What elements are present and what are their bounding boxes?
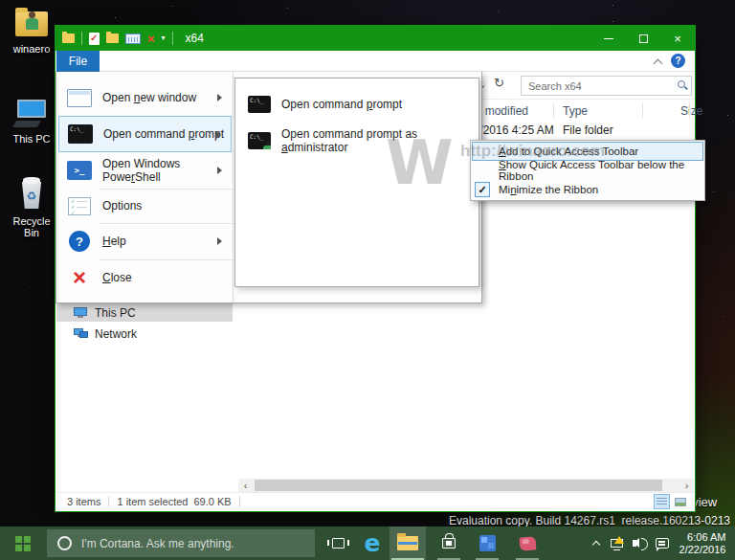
submenu-arrow-icon bbox=[216, 131, 221, 139]
network-icon bbox=[74, 328, 88, 339]
folder-icon bbox=[397, 536, 418, 550]
chevron-up-icon bbox=[592, 541, 600, 549]
cmd-admin-icon: C:\_ bbox=[245, 132, 274, 149]
minimize-button[interactable] bbox=[591, 26, 626, 51]
task-view-button[interactable] bbox=[321, 526, 355, 560]
sidebar-item-network[interactable]: Network bbox=[56, 325, 233, 343]
qat-new-folder-icon[interactable] bbox=[106, 34, 119, 43]
submenu-arrow-icon bbox=[217, 167, 222, 174]
scroll-right-icon[interactable]: › bbox=[679, 479, 694, 492]
blue-app-icon bbox=[479, 535, 496, 551]
qat-customize-dropdown-icon[interactable]: ▾ bbox=[162, 34, 166, 42]
edge-button[interactable]: e bbox=[355, 526, 390, 560]
search-icon bbox=[678, 80, 685, 88]
window-title: x64 bbox=[186, 32, 204, 45]
details-view-button[interactable] bbox=[654, 494, 670, 509]
desktop-icon-winaero[interactable]: winaero bbox=[4, 8, 59, 55]
clock-time: 6:06 AM bbox=[679, 531, 726, 544]
items-count: 3 items bbox=[67, 496, 100, 507]
clock-date: 2/22/2016 bbox=[679, 544, 726, 556]
action-center-button[interactable] bbox=[651, 526, 674, 560]
qat-properties-icon[interactable] bbox=[89, 33, 100, 45]
command-prompt-submenu: C:\_ Open command prompt C:\_ Open comma… bbox=[234, 78, 479, 287]
sidebar-item-this-pc[interactable]: This PC bbox=[56, 303, 233, 322]
sidebar-item-label: This PC bbox=[95, 306, 136, 320]
menu-item-close[interactable]: × Close bbox=[58, 259, 232, 296]
computer-icon bbox=[14, 98, 49, 130]
cortana-placeholder: I'm Cortana. Ask me anything. bbox=[81, 537, 234, 550]
scrollbar-thumb[interactable] bbox=[255, 480, 662, 491]
menu-item-open-command-prompt[interactable]: C:\_ Open command prompt bbox=[58, 116, 232, 152]
qat-context-menu: Add to Quick Access Toolbar Show Quick A… bbox=[470, 140, 705, 201]
desktop-icon-this-pc[interactable]: This PC bbox=[4, 98, 59, 145]
horizontal-scrollbar[interactable]: ‹ › bbox=[238, 479, 694, 492]
start-button[interactable] bbox=[0, 526, 46, 560]
windows-logo-icon bbox=[15, 536, 31, 551]
sidebar-item-label: Network bbox=[95, 327, 137, 341]
pinned-app-pink-button[interactable] bbox=[510, 526, 545, 560]
selection-size: 69.0 KB bbox=[193, 496, 231, 507]
window-folder-icon[interactable] bbox=[62, 34, 75, 43]
scroll-left-icon[interactable]: ‹ bbox=[238, 479, 253, 492]
desktop-icon-recycle-bin[interactable]: ♻ Recycle Bin bbox=[4, 180, 59, 238]
edge-icon: e bbox=[365, 529, 381, 558]
user-folder-icon bbox=[14, 8, 49, 40]
thumbnail-view-button[interactable] bbox=[672, 494, 688, 509]
menu-item-open-powershell[interactable]: >_ Open Windows PowerShell bbox=[58, 152, 232, 189]
submenu-arrow-icon bbox=[217, 94, 222, 101]
close-red-icon: × bbox=[64, 268, 95, 287]
system-tray: 6:06 AM 2/22/2016 bbox=[588, 526, 735, 560]
file-tab[interactable]: File bbox=[56, 51, 100, 72]
context-item-minimize-ribbon[interactable]: ✓ Minimize the Ribbon bbox=[472, 180, 703, 199]
column-header-type[interactable]: Type bbox=[563, 104, 588, 118]
network-status-button[interactable] bbox=[605, 526, 628, 560]
desktop-icon-label: winaero bbox=[4, 43, 59, 55]
file-menu: Open new window C:\_ Open command prompt… bbox=[56, 72, 482, 303]
warning-icon bbox=[614, 536, 624, 544]
file-explorer-button[interactable] bbox=[390, 526, 426, 560]
menu-item-open-new-window[interactable]: Open new window bbox=[58, 79, 232, 116]
this-pc-icon bbox=[74, 307, 88, 318]
quick-access-toolbar: × ▾ x64 bbox=[56, 32, 204, 45]
cmd-icon: C:\_ bbox=[245, 96, 274, 113]
qat-rename-icon[interactable] bbox=[125, 34, 141, 44]
evaluation-copy-text: Evaluation copy. Build 14267.rs1_release… bbox=[449, 514, 730, 527]
new-window-icon bbox=[64, 89, 95, 107]
clock[interactable]: 6:06 AM 2/22/2016 bbox=[674, 526, 735, 560]
close-button[interactable]: × bbox=[660, 26, 695, 51]
pinned-app-blue-button[interactable] bbox=[470, 526, 504, 560]
search-input[interactable]: Search x64 bbox=[521, 76, 692, 96]
help-button[interactable]: ? bbox=[671, 54, 685, 68]
submenu-item-open-command-prompt-admin[interactable]: C:\_ Open command prompt as administrato… bbox=[237, 123, 477, 159]
desktop-icon-label: Recycle Bin bbox=[4, 215, 59, 238]
taskbar: I'm Cortana. Ask me anything. e 6:06 AM … bbox=[0, 526, 735, 560]
store-button[interactable] bbox=[432, 526, 466, 560]
menu-item-options[interactable]: Options bbox=[58, 189, 232, 223]
menu-item-help[interactable]: ? Help bbox=[58, 223, 232, 259]
cortana-icon bbox=[57, 536, 72, 550]
cortana-search-box[interactable]: I'm Cortana. Ask me anything. bbox=[47, 529, 315, 557]
column-header-size[interactable]: Size bbox=[680, 104, 702, 118]
tray-expand-button[interactable] bbox=[588, 526, 605, 560]
title-bar: × ▾ x64 × bbox=[56, 26, 695, 51]
cmd-icon: C:\_ bbox=[65, 124, 96, 144]
file-type-cell: File folder bbox=[563, 123, 613, 137]
selection-count: 1 item selected bbox=[117, 496, 188, 507]
refresh-icon[interactable]: ↻ bbox=[494, 76, 504, 90]
desktop-icon-label: This PC bbox=[4, 133, 59, 145]
powershell-icon: >_ bbox=[64, 161, 95, 180]
context-item-add-to-qat[interactable]: Add to Quick Access Toolbar bbox=[472, 142, 703, 161]
window-controls: × bbox=[591, 26, 695, 51]
context-item-show-qat-below[interactable]: Show Quick Access Toolbar below the Ribb… bbox=[472, 161, 703, 180]
search-placeholder: Search x64 bbox=[528, 80, 582, 92]
qat-delete-icon[interactable]: × bbox=[147, 33, 155, 45]
volume-button[interactable] bbox=[628, 526, 651, 560]
task-view-icon bbox=[332, 538, 345, 549]
options-icon bbox=[64, 197, 95, 215]
ribbon-collapse-icon[interactable] bbox=[655, 58, 662, 66]
submenu-item-open-command-prompt[interactable]: C:\_ Open command prompt bbox=[237, 86, 477, 123]
help-icon: ? bbox=[64, 231, 95, 252]
submenu-arrow-icon bbox=[217, 237, 222, 245]
action-center-icon bbox=[656, 538, 669, 549]
maximize-button[interactable] bbox=[626, 26, 660, 51]
